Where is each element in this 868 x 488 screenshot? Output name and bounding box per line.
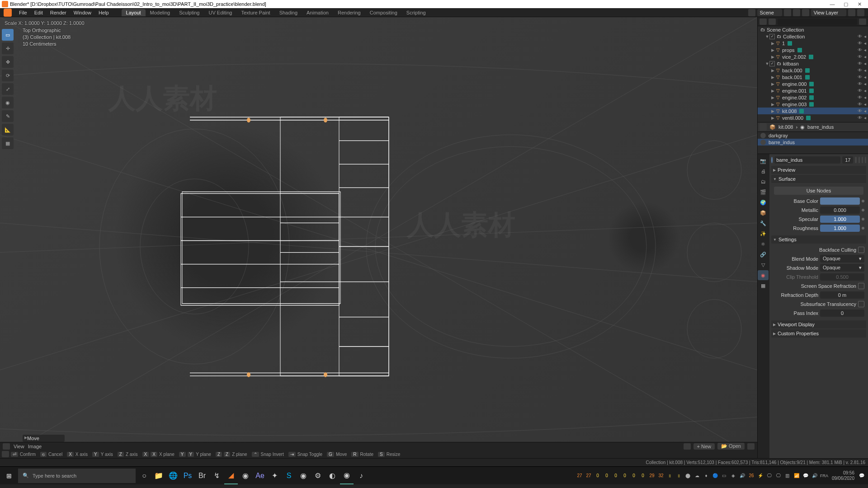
tab-texture-props[interactable]: ▦ xyxy=(758,281,769,291)
task-app6-icon[interactable]: ◉ xyxy=(340,467,354,484)
ssr-check[interactable] xyxy=(858,283,864,289)
tab-scripting[interactable]: Scripting xyxy=(402,9,430,16)
material-users[interactable]: 17 xyxy=(842,156,853,164)
maximize-button[interactable]: ▢ xyxy=(839,1,853,7)
outliner-row[interactable]: ▶▽engine.000👁◂ xyxy=(758,80,868,87)
editor-type-icon[interactable] xyxy=(3,443,10,450)
use-nodes-button[interactable]: Use Nodes xyxy=(774,187,863,195)
uv-open-button[interactable]: 📂 Open xyxy=(717,443,745,450)
tab-viewlayer-props[interactable]: 🗂 xyxy=(758,177,769,187)
task-app7-icon[interactable]: ♪ xyxy=(354,467,368,484)
tab-sculpting[interactable]: Sculpting xyxy=(175,9,204,16)
metallic-slider[interactable]: 0.000 xyxy=(820,206,860,214)
tool-select[interactable]: ▭ xyxy=(2,29,14,41)
3d-viewport[interactable]: Scale X: 1.0000 Y: 1.0000 Z: 1.0000 Top … xyxy=(0,17,757,458)
tab-meshdata-props[interactable]: ▽ xyxy=(758,260,769,270)
material-copy-icon[interactable] xyxy=(855,157,856,163)
tab-material-props[interactable]: ◉ xyxy=(758,270,769,280)
task-moi3d-icon[interactable]: ◉ xyxy=(239,467,252,484)
tab-physics-props[interactable]: ⚛ xyxy=(758,239,769,249)
shadow-mode-dropdown[interactable]: Opaque▾ xyxy=(820,264,864,272)
menu-render[interactable]: Render xyxy=(47,10,70,15)
task-skype-icon[interactable]: S xyxy=(282,467,296,484)
tool-rotate[interactable]: ⟳ xyxy=(2,70,14,81)
tab-particle-props[interactable]: ✨ xyxy=(758,229,769,239)
outliner-row[interactable]: ▶▽engine.002👁◂ xyxy=(758,94,868,101)
tab-object-props[interactable]: 📦 xyxy=(758,208,769,218)
scene-dropdown-icon[interactable] xyxy=(748,9,755,16)
blend-mode-dropdown[interactable]: Opaque▾ xyxy=(820,255,864,263)
tab-compositing[interactable]: Compositing xyxy=(365,9,402,16)
editor-type-props-icon[interactable] xyxy=(760,123,767,131)
tab-texturepaint[interactable]: Texture Paint xyxy=(236,9,274,16)
roughness-slider[interactable]: 1.000 xyxy=(820,225,860,232)
tab-shading[interactable]: Shading xyxy=(275,9,302,16)
outliner-search[interactable] xyxy=(778,19,857,25)
material-menu-icon[interactable] xyxy=(865,157,866,163)
outliner-display-icon[interactable] xyxy=(769,19,776,25)
uv-menu-image[interactable]: Image xyxy=(28,444,42,449)
task-bridge-icon[interactable]: Br xyxy=(195,467,209,484)
editor-type-icon-2[interactable] xyxy=(2,451,9,457)
tool-transform[interactable]: ◉ xyxy=(2,97,14,108)
scene-del-icon[interactable] xyxy=(793,9,800,16)
tab-layout[interactable]: Layout xyxy=(122,9,146,16)
task-app-icon[interactable]: ↯ xyxy=(210,467,223,484)
uv-link-icon[interactable] xyxy=(684,443,691,450)
material-slot[interactable]: darkgray xyxy=(758,132,868,139)
task-cortana-icon[interactable]: ○ xyxy=(137,467,151,484)
tab-rendering[interactable]: Rendering xyxy=(333,9,365,16)
close-button[interactable]: ✕ xyxy=(853,1,866,7)
task-app4-icon[interactable]: ⚙ xyxy=(311,467,325,484)
tab-scene-props[interactable]: 🎬 xyxy=(758,187,769,197)
panel-settings[interactable]: Settings xyxy=(771,235,866,244)
task-explorer-icon[interactable]: 📁 xyxy=(152,467,165,484)
tab-output-props[interactable]: 🖨 xyxy=(758,166,769,176)
tool-measure[interactable]: 📐 xyxy=(2,124,14,136)
tab-render-props[interactable]: 📷 xyxy=(758,156,769,166)
viewlayer-del-icon[interactable] xyxy=(857,9,864,16)
panel-surface[interactable]: Surface xyxy=(771,175,866,183)
outliner-row[interactable]: ▶▽engine.003👁◂ xyxy=(758,101,868,108)
notifications-icon[interactable]: 💬 xyxy=(858,472,865,479)
outliner[interactable]: 🗀Scene Collection▼🗀Collection👁◂▶▽1👁◂▶▽pr… xyxy=(758,26,868,122)
crumb-object[interactable]: kit.008 xyxy=(778,124,793,130)
outliner-row[interactable]: ▶▽engine.001👁◂ xyxy=(758,87,868,94)
crumb-material[interactable]: barre_indus xyxy=(807,124,834,130)
outliner-row[interactable]: ▶▽back.000👁◂ xyxy=(758,67,868,74)
outliner-row[interactable]: ▶▽kit.008👁◂ xyxy=(758,108,868,114)
tool-annotate[interactable]: ✎ xyxy=(2,110,14,122)
material-slot-list[interactable]: darkgraybarre_indus xyxy=(758,132,868,154)
outliner-row[interactable]: ▼🗀Collection👁◂ xyxy=(758,33,868,40)
backface-culling-check[interactable] xyxy=(858,247,864,253)
uv-pin-icon[interactable] xyxy=(747,443,755,450)
tab-constraint-props[interactable]: 🔗 xyxy=(758,249,769,259)
menu-window[interactable]: Window xyxy=(70,10,95,15)
material-slot[interactable]: barre_indus xyxy=(758,139,868,145)
tool-cursor[interactable]: ✛ xyxy=(2,42,14,54)
outliner-type-icon[interactable] xyxy=(760,19,767,25)
pass-index[interactable]: 0 xyxy=(820,310,864,317)
panel-custom-properties[interactable]: Custom Properties xyxy=(771,329,866,338)
task-blender-icon[interactable]: ◢ xyxy=(224,467,238,484)
tab-uvediting[interactable]: UV Editing xyxy=(204,9,236,16)
outliner-row[interactable]: ▼🗀kitbasn👁◂ xyxy=(758,60,868,67)
basecolor-field[interactable] xyxy=(820,197,860,205)
menu-help[interactable]: Help xyxy=(95,10,113,15)
material-preview-icon[interactable] xyxy=(771,157,773,163)
material-new-icon[interactable] xyxy=(859,157,860,163)
tool-move[interactable]: ✥ xyxy=(2,56,14,68)
viewlayer-new-icon[interactable] xyxy=(848,9,855,16)
task-chrome-icon[interactable]: 🌐 xyxy=(166,467,180,484)
outliner-row[interactable]: ▶▽ventil.000👁◂ xyxy=(758,114,868,121)
taskbar-clock[interactable]: 09:5609/06/2020 xyxy=(830,470,856,481)
specular-slider[interactable]: 1.000 xyxy=(820,216,860,223)
properties-panel[interactable]: 17 Preview Surface Use Nodes Base Color … xyxy=(769,154,868,458)
start-button[interactable]: ⊞ xyxy=(0,467,18,485)
viewlayer-dropdown-icon[interactable] xyxy=(802,9,809,16)
material-unlink-icon[interactable] xyxy=(862,157,863,163)
task-photoshop-icon[interactable]: Ps xyxy=(181,467,194,484)
tab-modifier-props[interactable]: 🔧 xyxy=(758,218,769,228)
panel-preview[interactable]: Preview xyxy=(771,166,866,174)
tool-scale[interactable]: ⤢ xyxy=(2,83,14,95)
